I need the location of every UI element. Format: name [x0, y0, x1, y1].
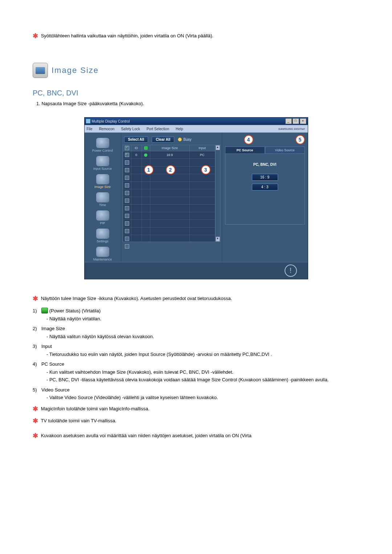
display-grid: ID Image Size Input 0 16:9 PC — [123, 145, 220, 242]
right-panel: 4 5 PC Source Video Source PC, BNC, DVI … — [222, 133, 308, 262]
tab-pc-source[interactable]: PC Source — [225, 147, 265, 153]
top-note: ✱ Syöttölähteen hallinta vaikuttaa vain … — [33, 31, 359, 41]
restore-button[interactable]: □ — [293, 118, 299, 124]
minimize-button[interactable]: _ — [285, 118, 292, 124]
grid-row-0[interactable]: 0 16:9 PC — [123, 151, 215, 159]
window-title: Multiple Display Control — [92, 119, 130, 123]
legend-item-1: (Power Status) (Virtatila) - Näyttää näy… — [33, 307, 359, 322]
sidebar-item-pip[interactable]: PIP — [90, 209, 115, 226]
row-image-size: 16:9 — [150, 151, 190, 159]
menu-portselection[interactable]: Port Selection — [147, 127, 169, 131]
menu-file[interactable]: File — [87, 127, 93, 131]
grid-row-empty — [123, 197, 215, 205]
grid-row-empty — [123, 205, 215, 212]
sidebar-item-settings[interactable]: Settings — [90, 227, 115, 244]
menu-remocon[interactable]: Remocon — [99, 127, 115, 131]
star-icon: ✱ — [33, 432, 38, 439]
app-icon — [86, 119, 90, 123]
sidebar-item-power-control[interactable]: Power Control — [90, 136, 115, 153]
sidebar: Power Control Input Source Image Size Ti… — [85, 133, 121, 262]
sidebar-item-image-size[interactable]: Image Size — [90, 173, 115, 189]
scroll-up-button[interactable]: ▲ — [216, 145, 220, 150]
scroll-down-button[interactable]: ▼ — [216, 237, 220, 242]
section-title: Image Size — [52, 66, 99, 75]
col-header-image-size[interactable]: Image Size — [150, 145, 190, 151]
col-header-power-icon — [142, 145, 150, 151]
sidebar-item-maintenance[interactable]: Maintenance — [90, 245, 115, 262]
grid-scrollbar[interactable]: ▲ ▼ — [215, 145, 220, 242]
row-id: 0 — [131, 151, 142, 159]
clear-all-button[interactable]: Clear All — [152, 136, 174, 143]
legend-item-5: Video Source - Valitse Video Source (Vid… — [33, 386, 359, 401]
ratio-4-3-button[interactable]: 4 : 3 — [252, 184, 278, 190]
legend-item-4: PC Source - Kun valitset vaihtoehdon Ima… — [33, 361, 359, 383]
menu-help[interactable]: Help — [176, 127, 183, 131]
close-button[interactable]: × — [300, 118, 306, 124]
tab-video-source[interactable]: Video Source — [265, 147, 305, 153]
ratio-16-9-button[interactable]: 16 : 9 — [252, 174, 278, 181]
grid-row-empty — [123, 243, 215, 250]
note-magicinfo: ✱ MagicInfoin tulolähde toimii vain Magi… — [33, 404, 359, 414]
brand-label: SAMSUNG DIGITall — [278, 127, 305, 131]
titlebar: Multiple Display Control _ □ × — [85, 118, 308, 125]
marker-3: 3 — [201, 165, 211, 175]
star-icon: ✱ — [33, 32, 38, 40]
step-1-text: Napsauta Image Size -pääkuvaketta (Kuvak… — [41, 101, 144, 106]
grid-row-empty — [123, 220, 215, 227]
menu-safetylock[interactable]: Safety Lock — [121, 127, 140, 131]
menubar: File Remocon Safety Lock Port Selection … — [85, 125, 308, 133]
select-all-button[interactable]: Select All — [124, 136, 148, 143]
desc-note: ✱ Näyttöön tulee Image Size -ikkuna (Kuv… — [33, 294, 359, 304]
busy-indicator: Busy — [178, 138, 191, 141]
col-header-checkbox[interactable] — [123, 145, 131, 151]
grid-row-empty — [123, 212, 215, 220]
note-tv: ✱ TV tulolähde toimii vain TV-mallissa. — [33, 416, 359, 426]
sidebar-item-input-source[interactable]: Input Source — [90, 155, 115, 171]
marker-4: 4 — [244, 135, 253, 144]
marker-2: 2 — [166, 165, 175, 175]
grid-row-empty — [123, 235, 215, 243]
grid-row-empty — [123, 227, 215, 235]
row-power-icon — [142, 151, 150, 159]
star-icon: ✱ — [33, 405, 38, 413]
image-size-section-icon — [33, 63, 48, 78]
legend-item-3: Input - Tietoruudukko tuo esiin vain näy… — [33, 343, 359, 358]
note-bottom: ✱ Kuvakoon asetuksen avulla voi määrittä… — [33, 431, 359, 441]
sidebar-item-time[interactable]: Time — [90, 191, 115, 208]
grid-row-empty — [123, 189, 215, 197]
grid-row-empty — [123, 174, 215, 182]
info-icon[interactable]: ! — [285, 264, 297, 277]
marker-1: 1 — [144, 165, 154, 175]
status-bar: ! — [85, 262, 308, 279]
power-status-icon — [41, 308, 48, 313]
legend-item-2: Image Size - Näyttää valitun näytön käyt… — [33, 325, 359, 340]
step-1: 1. Napsauta Image Size -pääkuvaketta (Ku… — [36, 101, 359, 106]
col-header-input[interactable]: Input — [190, 145, 215, 151]
star-icon: ✱ — [33, 295, 38, 302]
row-input: PC — [190, 151, 215, 159]
grid-row-empty — [123, 182, 215, 189]
panel-source-label: PC, BNC, DVI — [225, 163, 305, 167]
top-note-text: Syöttölähteen hallinta vaikuttaa vain nä… — [41, 33, 213, 38]
busy-dot-icon — [178, 138, 182, 141]
app-screenshot: Multiple Display Control _ □ × File Remo… — [84, 117, 308, 279]
legend-list: (Power Status) (Virtatila) - Näyttää näy… — [33, 307, 359, 401]
star-icon: ✱ — [33, 417, 38, 424]
marker-5: 5 — [295, 135, 305, 144]
row-checkbox[interactable] — [125, 153, 129, 157]
col-header-id[interactable]: ID — [131, 145, 142, 151]
subheading: PC, BNC, DVI — [33, 89, 359, 97]
